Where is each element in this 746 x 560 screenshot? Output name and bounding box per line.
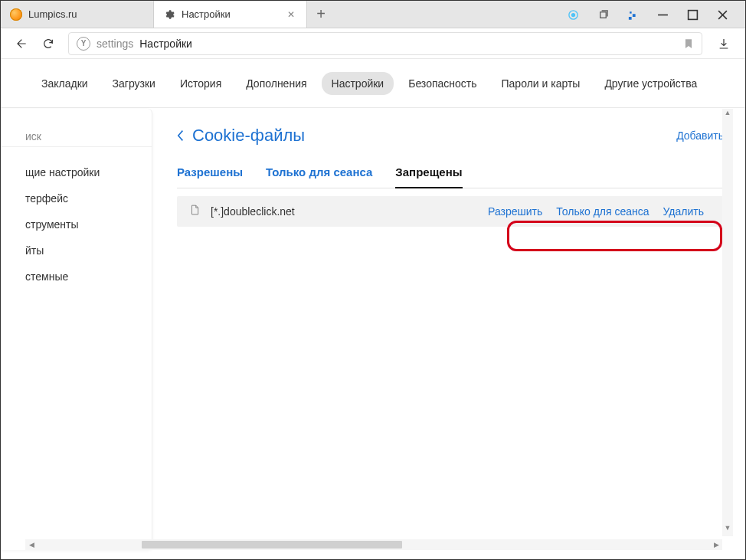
subtab-session-only[interactable]: Только для сеанса — [266, 159, 372, 188]
bookmark-icon[interactable] — [683, 37, 694, 50]
nav-back-button[interactable] — [13, 36, 28, 51]
svg-rect-5 — [630, 11, 632, 14]
scroll-up-arrow-icon[interactable]: ▲ — [722, 109, 733, 121]
nav-settings[interactable]: Настройки — [322, 72, 394, 95]
site-row[interactable]: [*.]doubleclick.net Разрешить Только для… — [177, 196, 724, 227]
window-controls — [550, 1, 745, 28]
chevron-left-icon — [177, 129, 185, 142]
tab-title: Настройки — [182, 8, 279, 20]
add-site-button[interactable]: Добавить — [676, 129, 724, 142]
url-protocol-label: settings — [97, 38, 133, 50]
nav-bookmarks[interactable]: Закладки — [31, 72, 98, 95]
url-input[interactable]: Y settings Настройки — [68, 32, 702, 55]
settings-sidebar: иск щие настройки терфейс струменты йты … — [1, 109, 152, 550]
scroll-thumb[interactable] — [142, 541, 402, 549]
sidebar-item-system[interactable]: стемные — [1, 264, 152, 290]
settings-body: иск щие настройки терфейс струменты йты … — [1, 109, 745, 550]
nav-downloads[interactable]: Загрузки — [103, 72, 165, 95]
subtab-allowed[interactable]: Разрешены — [177, 159, 243, 188]
sidebar-item-sites[interactable]: йты — [1, 237, 152, 264]
sidebar-item-tools[interactable]: струменты — [1, 211, 152, 237]
scroll-left-arrow-icon[interactable]: ◀ — [25, 541, 38, 549]
svg-rect-4 — [632, 14, 635, 17]
window-maximize-button[interactable] — [686, 8, 699, 21]
address-bar: Y settings Настройки — [1, 28, 745, 59]
tab-title: Lumpics.ru — [28, 8, 144, 20]
new-tab-button[interactable]: + — [307, 1, 335, 28]
tab-close-button[interactable]: ✕ — [285, 8, 297, 21]
site-actions: Разрешить Только для сеанса Удалить — [480, 202, 712, 221]
file-icon — [189, 204, 200, 219]
svg-rect-2 — [600, 11, 606, 18]
nav-other-devices[interactable]: Другие устройства — [594, 72, 707, 95]
browser-tab-settings[interactable]: Настройки ✕ — [154, 1, 307, 28]
sidebar-item-general[interactable]: щие настройки — [1, 159, 152, 185]
nav-passwords[interactable]: Пароли и карты — [492, 72, 591, 95]
browser-tab-lumpics[interactable]: Lumpics.ru — [1, 1, 154, 28]
assistant-icon[interactable] — [567, 8, 579, 21]
svg-rect-3 — [628, 17, 631, 20]
sidebar-search-input[interactable]: иск — [1, 126, 152, 147]
window-minimize-button[interactable] — [656, 8, 669, 21]
settings-header-nav: Закладки Загрузки История Дополнения Нас… — [1, 59, 745, 108]
collections-icon[interactable] — [597, 8, 609, 21]
nav-security[interactable]: Безопасность — [398, 72, 486, 95]
nav-history[interactable]: История — [170, 72, 231, 95]
breadcrumb-back[interactable]: Cookie-файлы — [177, 126, 305, 146]
downloads-button[interactable] — [715, 34, 733, 53]
subtab-blocked[interactable]: Запрещены — [395, 159, 462, 188]
sidebar-item-interface[interactable]: терфейс — [1, 185, 152, 211]
page-title: Cookie-файлы — [192, 126, 305, 146]
site-domain-label: [*.]doubleclick.net — [211, 205, 295, 218]
cookie-subtabs: Разрешены Только для сеанса Запрещены — [177, 159, 724, 188]
action-delete[interactable]: Удалить — [663, 205, 704, 218]
svg-rect-7 — [688, 10, 697, 19]
extensions-icon[interactable] — [627, 8, 639, 21]
action-allow[interactable]: Разрешить — [488, 205, 542, 218]
nav-reload-button[interactable] — [41, 36, 56, 51]
window-close-button[interactable] — [716, 8, 728, 21]
scroll-down-arrow-icon[interactable]: ▼ — [722, 524, 733, 536]
scroll-right-arrow-icon[interactable]: ▶ — [710, 541, 722, 549]
action-session-only[interactable]: Только для сеанса — [556, 205, 649, 218]
nav-addons[interactable]: Дополнения — [236, 72, 316, 95]
favicon-lumpics-icon — [10, 8, 22, 21]
url-page-label: Настройки — [139, 38, 192, 50]
tab-strip: Lumpics.ru Настройки ✕ + — [1, 1, 745, 28]
gear-icon — [163, 8, 175, 21]
search-engine-icon: Y — [77, 37, 90, 51]
svg-point-1 — [571, 12, 574, 16]
vertical-scrollbar[interactable]: ▲ ▼ — [722, 109, 733, 536]
horizontal-scrollbar[interactable]: ◀ ▶ — [25, 539, 722, 550]
settings-content: Cookie-файлы Добавить Разрешены Только д… — [152, 109, 745, 550]
